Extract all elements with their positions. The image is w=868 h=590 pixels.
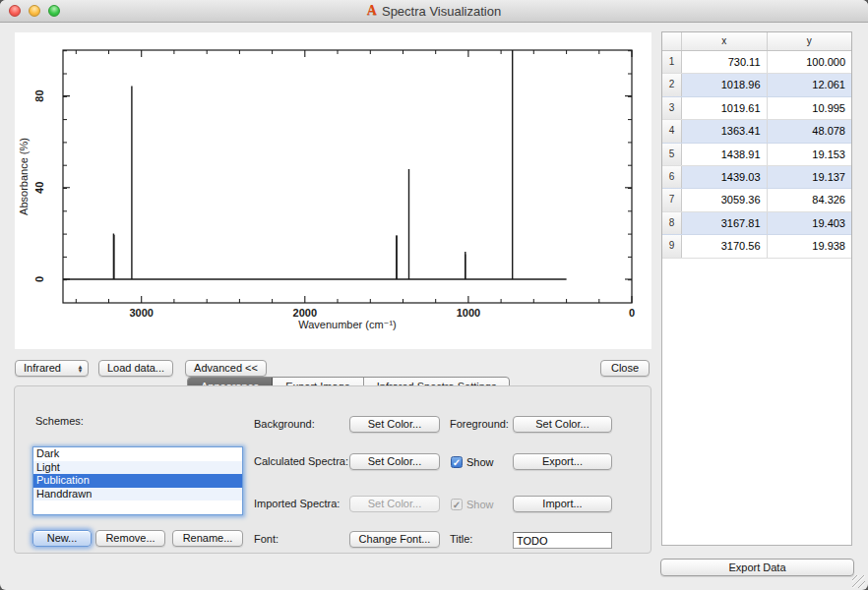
close-window-button[interactable] [9, 5, 21, 17]
scheme-empty-row [33, 514, 242, 516]
x-axis-ticks: 3000200010000 [76, 50, 635, 319]
peak-data-table: x y 1730.11100.00021018.9612.06131019.61… [661, 31, 852, 546]
window-title: A Spectra Visualization [367, 3, 501, 19]
calculated-show-checkbox[interactable]: ✓ Show [451, 453, 494, 470]
row-number[interactable]: 7 [662, 189, 682, 210]
spectrum-series [63, 50, 567, 279]
table-cell[interactable]: 1439.03 [682, 166, 768, 188]
y-axis-ticks: 04080 [33, 51, 632, 282]
schemes-list[interactable]: DarkLightPublicationHanddrawn [32, 446, 243, 515]
table-row[interactable]: 1730.11100.000 [662, 51, 851, 74]
avogadro-app-icon: A [367, 3, 377, 19]
imported-set-color-button: Set Color... [349, 496, 440, 512]
table-cell[interactable]: 3059.36 [682, 189, 768, 210]
calculated-set-color-button[interactable]: Set Color... [349, 453, 440, 470]
svg-text:3000: 3000 [129, 307, 153, 319]
imported-show-checkbox: ✓ Show [451, 496, 494, 512]
table-row[interactable]: 61439.0319.137 [662, 166, 851, 189]
svg-text:0: 0 [33, 276, 45, 282]
table-cell[interactable]: 100.000 [768, 51, 852, 73]
export-spectra-button[interactable]: Export... [513, 453, 612, 470]
table-header-row: x y [662, 32, 851, 51]
foreground-label: Foreground: [450, 416, 509, 433]
table-row[interactable]: 51438.9119.153 [662, 144, 851, 166]
table-cell[interactable]: 19.137 [768, 166, 852, 188]
row-number[interactable]: 9 [662, 235, 682, 257]
rename-scheme-button[interactable]: Rename... [172, 530, 243, 547]
scheme-item-handdrawn[interactable]: Handdrawn [33, 488, 242, 502]
table-cell[interactable]: 1019.61 [682, 97, 768, 119]
svg-text:2000: 2000 [293, 307, 317, 319]
table-cell[interactable]: 19.938 [768, 235, 852, 257]
row-number[interactable]: 1 [662, 51, 682, 73]
window-title-text: Spectra Visualization [382, 4, 501, 19]
table-cell[interactable]: 1363.41 [682, 120, 768, 142]
calculated-spectra-label: Calculated Spectra: [254, 453, 348, 470]
remove-scheme-button[interactable]: Remove... [95, 530, 165, 547]
export-data-button[interactable]: Export Data [660, 559, 854, 576]
row-number[interactable]: 4 [662, 120, 682, 142]
table-cell[interactable]: 12.061 [768, 74, 852, 95]
table-cell[interactable]: 19.153 [768, 144, 852, 165]
resize-grip[interactable] [852, 575, 865, 588]
data-table-body: 1730.11100.00021018.9612.06131019.6110.9… [662, 51, 851, 545]
plot-frame [63, 50, 632, 303]
table-cell[interactable]: 1018.96 [682, 74, 768, 95]
title-input[interactable] [513, 532, 612, 549]
close-button[interactable]: Close [600, 360, 650, 377]
table-corner-cell [662, 32, 682, 50]
svg-text:40: 40 [33, 182, 45, 194]
spectrum-chart: 300020001000004080Wavenumber (cm⁻¹)Absor… [15, 32, 651, 349]
imported-spectra-label: Imported Spectra: [254, 496, 340, 512]
table-cell[interactable]: 10.995 [768, 97, 852, 119]
table-cell[interactable]: 84.326 [768, 189, 852, 210]
row-number[interactable]: 3 [662, 97, 682, 119]
table-cell[interactable]: 730.11 [682, 51, 768, 73]
x-axis-title: Wavenumber (cm⁻¹) [298, 319, 397, 330]
new-scheme-button[interactable]: New... [32, 530, 92, 547]
table-row[interactable]: 41363.4148.078 [662, 120, 851, 143]
table-cell[interactable]: 1438.91 [682, 144, 768, 165]
show-label: Show [466, 456, 494, 468]
column-header-x[interactable]: x [682, 32, 768, 50]
svg-text:1000: 1000 [457, 307, 480, 319]
spectra-type-dropdown[interactable]: Infrared ▲▼ [15, 360, 89, 377]
change-font-button[interactable]: Change Font... [349, 531, 440, 548]
row-number[interactable]: 2 [662, 74, 682, 95]
checkbox-checked-disabled-icon: ✓ [451, 499, 463, 510]
column-header-y[interactable]: y [768, 32, 852, 50]
row-number[interactable]: 8 [662, 212, 682, 234]
table-cell[interactable]: 3170.56 [682, 235, 768, 257]
import-spectra-button[interactable]: Import... [513, 496, 612, 512]
table-row[interactable]: 83167.8119.403 [662, 212, 851, 235]
scheme-empty-row [33, 501, 242, 514]
spectra-visualization-window: A Spectra Visualization 3000200010000040… [0, 0, 868, 590]
minimize-window-button[interactable] [29, 5, 40, 17]
font-label: Font: [254, 531, 279, 548]
show-label-disabled: Show [466, 499, 494, 510]
y-axis-title: Absorbance (%) [18, 138, 30, 215]
checkbox-checked-icon: ✓ [451, 456, 463, 468]
scheme-item-dark[interactable]: Dark [33, 447, 242, 461]
svg-text:0: 0 [629, 307, 635, 319]
table-cell[interactable]: 19.403 [768, 212, 852, 234]
title-label: Title: [450, 531, 472, 548]
foreground-set-color-button[interactable]: Set Color... [513, 416, 612, 433]
scheme-item-publication[interactable]: Publication [33, 474, 242, 488]
table-cell[interactable]: 48.078 [768, 120, 852, 142]
table-row[interactable]: 93170.5619.938 [662, 235, 851, 258]
svg-text:80: 80 [33, 89, 45, 101]
table-row[interactable]: 21018.9612.061 [662, 74, 851, 96]
titlebar[interactable]: A Spectra Visualization [0, 0, 868, 23]
background-set-color-button[interactable]: Set Color... [349, 416, 440, 433]
table-cell[interactable]: 3167.81 [682, 212, 768, 234]
spectra-type-value: Infrared [16, 361, 73, 376]
table-row[interactable]: 73059.3684.326 [662, 189, 851, 211]
row-number[interactable]: 6 [662, 166, 682, 188]
row-number[interactable]: 5 [662, 144, 682, 165]
table-row[interactable]: 31019.6110.995 [662, 97, 851, 120]
advanced-toggle-button[interactable]: Advanced << [185, 360, 267, 377]
zoom-window-button[interactable] [48, 5, 60, 17]
scheme-item-light[interactable]: Light [33, 461, 242, 475]
load-data-button[interactable]: Load data... [98, 360, 173, 377]
